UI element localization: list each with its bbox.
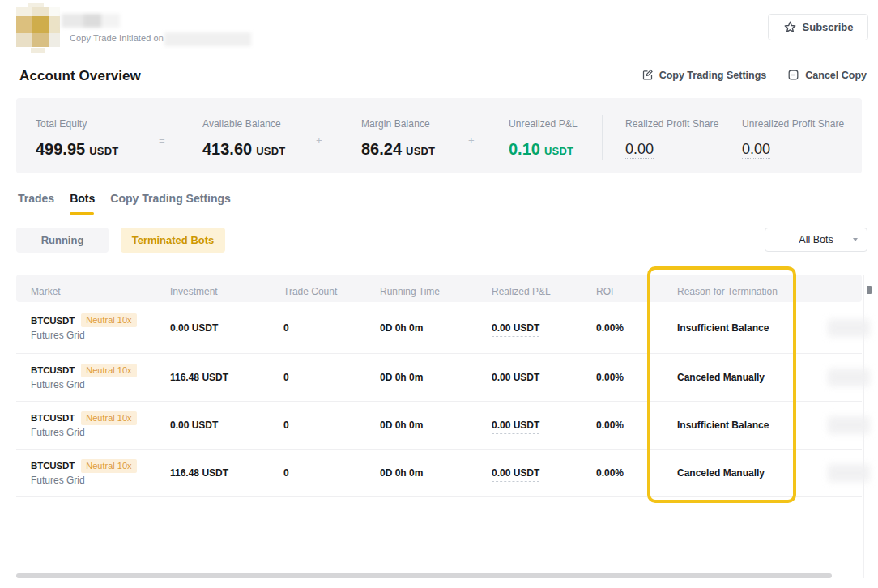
plus-operator: + xyxy=(316,134,322,147)
strategy-badge: Neutral 10x xyxy=(81,411,136,425)
column-header-running-time: Running Time xyxy=(380,286,440,297)
stat-label: Unrealized Profit Share xyxy=(742,118,844,130)
termination-reason-cell: Insufficient Balance xyxy=(677,322,769,334)
trader-avatar xyxy=(28,3,44,7)
strategy-badge: Neutral 10x xyxy=(81,459,136,473)
stat-value: 86.24 xyxy=(361,140,402,158)
trader-name-redacted xyxy=(62,14,120,28)
realized-pnl-cell: 0.00 USDT xyxy=(492,322,539,337)
market-symbol: BTCUSDT xyxy=(31,413,75,423)
table-row: BTCUSDT Neutral 10x Futures Grid 116.48 … xyxy=(16,450,862,497)
column-header-trade-count: Trade Count xyxy=(283,286,337,297)
equals-operator: = xyxy=(159,134,165,147)
trade-count-cell: 0 xyxy=(283,372,289,383)
minus-square-icon xyxy=(787,69,799,81)
pinned-column-divider xyxy=(863,275,864,578)
running-time-cell: 0D 0h 0m xyxy=(380,420,423,431)
investment-cell: 0.00 USDT xyxy=(170,420,218,431)
column-header-realized-pnl: Realized P&L xyxy=(492,286,551,297)
stat-value: 499.95 xyxy=(36,140,85,158)
realized-pnl-cell: 0.00 USDT xyxy=(492,372,539,386)
market-symbol: BTCUSDT xyxy=(31,365,75,375)
chevron-down-icon xyxy=(853,238,858,241)
stat-available-balance: Available Balance 413.60USDT xyxy=(202,118,285,160)
tab-bar: Trades Bots Copy Trading Settings xyxy=(18,191,231,206)
plus-operator: + xyxy=(468,134,475,147)
horizontal-scrollbar[interactable] xyxy=(16,573,832,578)
trader-avatar[interactable] xyxy=(16,7,60,48)
stat-unrealized-profit-share: Unrealized Profit Share 0.00 xyxy=(742,118,844,159)
column-header-reason: Reason for Termination xyxy=(677,286,778,297)
edit-icon xyxy=(641,69,654,81)
running-filter-button[interactable]: Running xyxy=(16,228,109,253)
stat-label: Available Balance xyxy=(202,118,285,130)
roi-cell: 0.00% xyxy=(596,322,624,334)
column-header-market: Market xyxy=(31,286,61,297)
trade-count-cell: 0 xyxy=(283,420,289,431)
stat-unit: USDT xyxy=(406,145,435,157)
stat-total-equity: Total Equity 499.95USDT xyxy=(36,118,118,160)
realized-pnl-cell: 0.00 USDT xyxy=(492,467,539,482)
bot-type-select[interactable]: All Bots xyxy=(765,228,867,252)
copy-trade-initiated-label: Copy Trade Initiated on xyxy=(70,33,164,43)
table-row: BTCUSDT Neutral 10x Futures Grid 0.00 US… xyxy=(16,302,862,354)
clipped-column-fragment xyxy=(867,286,872,294)
investment-cell: 116.48 USDT xyxy=(170,467,228,479)
investment-cell: 116.48 USDT xyxy=(170,372,228,383)
copy-trading-settings-label: Copy Trading Settings xyxy=(659,70,767,81)
running-time-cell: 0D 0h 0m xyxy=(380,322,423,334)
termination-reason-cell: Canceled Manually xyxy=(677,467,765,479)
termination-reason-cell: Canceled Manually xyxy=(677,372,765,383)
product-type: Futures Grid xyxy=(31,379,137,391)
strategy-badge: Neutral 10x xyxy=(81,313,136,327)
stat-label: Total Equity xyxy=(36,118,118,130)
tabs-divider xyxy=(16,215,862,215)
column-header-investment: Investment xyxy=(170,286,218,297)
stat-label: Margin Balance xyxy=(361,118,435,130)
investment-cell: 0.00 USDT xyxy=(170,322,218,334)
copy-trading-page: Copy Trade Initiated on Subscribe Accoun… xyxy=(0,0,878,588)
tab-bots[interactable]: Bots xyxy=(70,191,95,206)
stat-margin-balance: Margin Balance 86.24USDT xyxy=(361,118,435,160)
table-row: BTCUSDT Neutral 10x Futures Grid 116.48 … xyxy=(16,354,862,402)
trade-count-cell: 0 xyxy=(283,467,289,479)
stat-realized-profit-share: Realized Profit Share 0.00 xyxy=(625,118,719,159)
page-title: Account Overview xyxy=(19,68,141,84)
product-type: Futures Grid xyxy=(31,330,137,342)
running-time-cell: 0D 0h 0m xyxy=(380,467,423,479)
column-header-roi: ROI xyxy=(596,286,613,297)
product-type: Futures Grid xyxy=(31,475,137,487)
initiated-date-redacted xyxy=(164,32,251,46)
trader-avatar xyxy=(31,48,45,53)
termination-reason-cell: Insufficient Balance xyxy=(677,420,769,431)
bot-type-select-value: All Bots xyxy=(799,234,833,245)
stat-unit: USDT xyxy=(544,145,573,157)
stat-label: Unrealized P&L xyxy=(509,118,578,130)
subscribe-button[interactable]: Subscribe xyxy=(768,14,868,40)
stat-value: 0.00 xyxy=(625,141,654,159)
realized-pnl-cell: 0.00 USDT xyxy=(492,420,539,434)
terminated-bots-filter-button[interactable]: Terminated Bots xyxy=(121,228,225,253)
copy-trading-settings-button[interactable]: Copy Trading Settings xyxy=(641,69,767,81)
roi-cell: 0.00% xyxy=(596,372,624,383)
cancel-copy-button[interactable]: Cancel Copy xyxy=(787,69,867,81)
trade-count-cell: 0 xyxy=(283,322,289,334)
stat-unit: USDT xyxy=(89,145,118,157)
market-symbol: BTCUSDT xyxy=(31,461,75,471)
stat-unit: USDT xyxy=(256,145,285,157)
market-symbol: BTCUSDT xyxy=(31,316,75,326)
table-header: Market Investment Trade Count Running Ti… xyxy=(16,275,862,302)
subscribe-label: Subscribe xyxy=(803,21,854,33)
strategy-badge: Neutral 10x xyxy=(81,364,136,377)
product-type: Futures Grid xyxy=(31,427,137,439)
stat-unrealized-pnl: Unrealized P&L 0.10USDT xyxy=(509,118,578,160)
roi-cell: 0.00% xyxy=(596,420,624,431)
stat-value: 0.10 xyxy=(509,140,540,158)
tab-copy-trading-settings[interactable]: Copy Trading Settings xyxy=(110,191,231,206)
tab-trades[interactable]: Trades xyxy=(18,191,54,206)
running-time-cell: 0D 0h 0m xyxy=(380,372,423,383)
roi-cell: 0.00% xyxy=(596,467,624,479)
table-row: BTCUSDT Neutral 10x Futures Grid 0.00 US… xyxy=(16,402,862,450)
stat-label: Realized Profit Share xyxy=(625,118,719,130)
account-overview-panel: Total Equity 499.95USDT = Available Bala… xyxy=(16,98,862,173)
